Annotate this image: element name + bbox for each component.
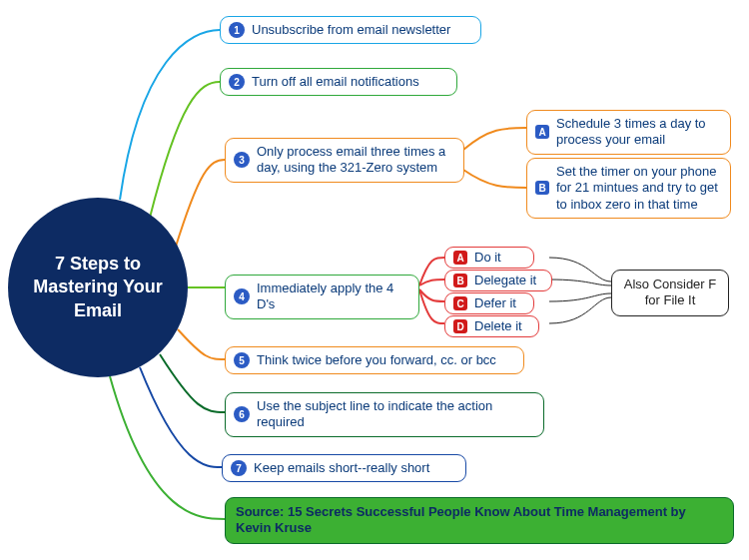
- step4-sub-d: D Delete it: [444, 315, 539, 337]
- step-1: 1 Unsubscribe from email newsletter: [220, 16, 481, 44]
- step-badge: 5: [234, 352, 250, 368]
- step-badge: 3: [234, 152, 250, 168]
- step-badge: 7: [231, 460, 247, 476]
- step-badge: 6: [234, 406, 250, 422]
- sub-badge: C: [453, 296, 467, 310]
- sub-label: Set the timer on your phone for 21 mintu…: [556, 164, 720, 213]
- step-2: 2 Turn off all email notifications: [220, 68, 457, 96]
- sub-badge: D: [453, 319, 467, 333]
- sub-label: Do it: [474, 250, 501, 266]
- source-label: Source: 15 Secrets Successful People Kno…: [236, 504, 723, 537]
- step3-sub-b: B Set the timer on your phone for 21 min…: [526, 158, 731, 219]
- sub-badge: B: [535, 181, 549, 195]
- step-label: Immediately apply the 4 D's: [257, 280, 408, 313]
- mindmap-canvas: 7 Steps to Mastering Your Email 1 Unsubs…: [0, 0, 749, 560]
- step-5: 5 Think twice before you forward, cc. or…: [225, 346, 524, 374]
- step4-sub-b: B Delegate it: [444, 270, 552, 291]
- step-7: 7 Keep emails short--really short: [222, 454, 466, 482]
- step4-note: Also Consider F for File It: [611, 270, 729, 316]
- central-title: 7 Steps to Mastering Your Email: [28, 253, 168, 322]
- sub-badge: A: [535, 125, 549, 139]
- step4-sub-c: C Defer it: [444, 292, 534, 314]
- step-4: 4 Immediately apply the 4 D's: [225, 275, 419, 319]
- step-label: Turn off all email notifications: [252, 74, 419, 90]
- sub-label: Schedule 3 times a day to process your e…: [556, 116, 720, 149]
- sub-label: Delegate it: [474, 273, 536, 288]
- step-6: 6 Use the subject line to indicate the a…: [225, 392, 544, 437]
- sub-badge: A: [453, 251, 467, 265]
- step-label: Use the subject line to indicate the act…: [257, 398, 533, 431]
- note-label: Also Consider F for File It: [620, 277, 720, 309]
- step4-sub-a: A Do it: [444, 247, 534, 269]
- central-topic: 7 Steps to Mastering Your Email: [8, 198, 188, 377]
- step-badge: 4: [234, 288, 250, 304]
- step3-sub-a: A Schedule 3 times a day to process your…: [526, 110, 731, 155]
- sub-badge: B: [453, 274, 467, 287]
- step-badge: 1: [229, 22, 245, 38]
- step-label: Keep emails short--really short: [254, 460, 429, 476]
- step-label: Think twice before you forward, cc. or b…: [257, 352, 496, 368]
- sub-label: Delete it: [474, 318, 522, 334]
- sub-label: Defer it: [474, 295, 516, 311]
- step-3: 3 Only process email three times a day, …: [225, 138, 464, 183]
- step-label: Only process email three times a day, us…: [257, 144, 453, 177]
- step-badge: 2: [229, 74, 245, 90]
- source-box: Source: 15 Secrets Successful People Kno…: [225, 497, 734, 544]
- step-label: Unsubscribe from email newsletter: [252, 22, 450, 38]
